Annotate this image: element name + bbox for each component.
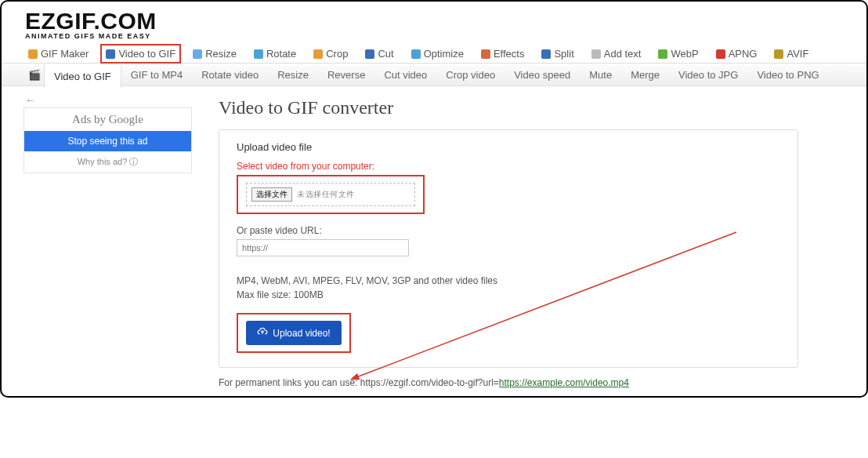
- subnav-tab-gif-to-mp4[interactable]: GIF to MP4: [121, 64, 192, 85]
- nav-item-gif-maker[interactable]: GIF Maker: [25, 46, 92, 61]
- file-status-text: 未选择任何文件: [297, 189, 355, 200]
- nav-label: Split: [554, 48, 573, 60]
- subnav-tab-video-to-jpg[interactable]: Video to JPG: [669, 64, 747, 85]
- nav-icon: [28, 49, 38, 59]
- nav-label: Effects: [494, 48, 525, 60]
- nav-label: Add text: [604, 48, 642, 60]
- site-logo[interactable]: EZGIF.COM: [25, 8, 843, 35]
- subnav-tab-merge[interactable]: Merge: [621, 64, 669, 85]
- choose-file-button[interactable]: 选择文件: [251, 187, 292, 202]
- site-tagline: ANIMATED GIFS MADE EASY: [25, 32, 843, 40]
- nav-item-cut[interactable]: Cut: [362, 46, 396, 61]
- nav-label: Cut: [378, 48, 393, 60]
- nav-item-video-to-gif[interactable]: Video to GIF: [103, 46, 179, 61]
- subnav-tab-video-to-png[interactable]: Video to PNG: [747, 64, 828, 85]
- page-title: Video to GIF converter: [219, 97, 844, 118]
- nav-icon: [193, 49, 202, 59]
- nav-item-split[interactable]: Split: [538, 46, 577, 61]
- nav-icon: [481, 49, 490, 59]
- formats-line: MP4, WebM, AVI, MPEG, FLV, MOV, 3GP and …: [237, 274, 780, 288]
- subnav-tab-cut-video[interactable]: Cut video: [374, 64, 436, 85]
- subnav-tab-reverse[interactable]: Reverse: [318, 64, 374, 85]
- nav-label: Crop: [326, 48, 348, 60]
- formats-info: MP4, WebM, AVI, MPEG, FLV, MOV, 3GP and …: [237, 274, 780, 302]
- nav-item-crop[interactable]: Crop: [310, 46, 351, 61]
- nav-item-webp[interactable]: WebP: [655, 46, 701, 61]
- upload-card: Upload video file Select video from your…: [219, 129, 798, 368]
- upload-video-button[interactable]: Upload video!: [246, 321, 342, 345]
- file-input-wrapper[interactable]: 选择文件 未选择任何文件: [246, 183, 415, 206]
- nav-icon: [411, 49, 421, 59]
- sidebar: ← Ads by Google Stop seeing this ad Why …: [24, 93, 192, 388]
- subnav-tab-crop-video[interactable]: Crop video: [436, 64, 505, 85]
- nav-item-optimize[interactable]: Optimize: [408, 46, 467, 61]
- nav-item-avif[interactable]: AVIF: [771, 46, 812, 61]
- nav-item-effects[interactable]: Effects: [478, 46, 528, 61]
- paste-url-label: Or paste video URL:: [237, 225, 780, 236]
- file-select-highlight: 选择文件 未选择任何文件: [237, 175, 425, 214]
- video-url-input[interactable]: [237, 239, 409, 256]
- nav-label: GIF Maker: [41, 48, 89, 60]
- nav-icon: [774, 49, 783, 59]
- nav-icon: [254, 49, 263, 59]
- cloud-upload-icon: [257, 327, 268, 339]
- svg-line-0: [356, 232, 736, 377]
- primary-nav: GIF MakerVideo to GIFResizeRotateCropCut…: [2, 42, 866, 63]
- main-content: Video to GIF converter Upload video file…: [192, 93, 844, 388]
- nav-icon: [313, 49, 323, 59]
- clapperboard-icon: 🎬: [25, 64, 44, 85]
- nav-item-add-text[interactable]: Add text: [588, 46, 645, 61]
- nav-label: APNG: [729, 48, 758, 60]
- back-arrow-icon[interactable]: ←: [25, 94, 192, 106]
- subnav-tab-mute[interactable]: Mute: [580, 64, 621, 85]
- site-header: EZGIF.COM ANIMATED GIFS MADE EASY: [2, 2, 866, 42]
- nav-icon: [658, 49, 667, 59]
- subnav-tab-video-to-gif[interactable]: Video to GIF: [44, 64, 121, 88]
- nav-icon: [106, 49, 115, 59]
- ads-box: Ads by Google Stop seeing this ad Why th…: [24, 107, 192, 173]
- why-ad-link[interactable]: Why this ad? ⓘ: [24, 151, 191, 173]
- nav-item-apng[interactable]: APNG: [713, 46, 761, 61]
- subnav-tab-rotate-video[interactable]: Rotate video: [192, 64, 268, 85]
- select-video-label: Select video from your computer:: [237, 161, 780, 172]
- permalink-example-link[interactable]: https://example.com/video.mp4: [499, 377, 629, 388]
- nav-label: WebP: [671, 48, 698, 60]
- ads-title: Ads by Google: [24, 108, 191, 131]
- upload-button-label: Upload video!: [273, 328, 330, 339]
- permalink-prefix: For permanent links you can use: https:/…: [219, 377, 499, 388]
- nav-label: Optimize: [424, 48, 464, 60]
- upload-section-label: Upload video file: [237, 141, 780, 153]
- secondary-nav: 🎬 Video to GIFGIF to MP4Rotate videoResi…: [2, 63, 866, 86]
- subnav-tab-resize[interactable]: Resize: [268, 64, 318, 85]
- nav-item-rotate[interactable]: Rotate: [251, 46, 299, 61]
- nav-icon: [365, 49, 374, 59]
- upload-button-highlight: Upload video!: [237, 313, 351, 353]
- max-size-line: Max file size: 100MB: [237, 288, 780, 302]
- nav-label: AVIF: [787, 48, 808, 60]
- permalink-hint: For permanent links you can use: https:/…: [219, 377, 844, 388]
- nav-label: Resize: [205, 48, 237, 60]
- subnav-tab-video-speed[interactable]: Video speed: [505, 64, 580, 85]
- nav-icon: [541, 49, 551, 59]
- nav-label: Video to GIF: [118, 48, 175, 60]
- nav-item-resize[interactable]: Resize: [190, 46, 240, 61]
- nav-icon: [591, 49, 601, 59]
- nav-icon: [716, 49, 725, 59]
- nav-label: Rotate: [266, 48, 296, 60]
- stop-ad-button[interactable]: Stop seeing this ad: [24, 131, 191, 151]
